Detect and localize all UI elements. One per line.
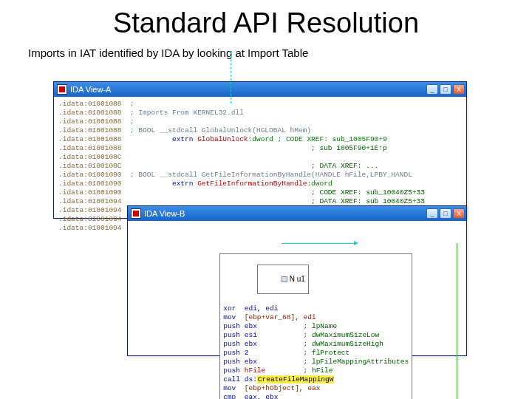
basic-block[interactable]: N u1 xor edi, edi mov [ebp+var_68], edi …	[219, 253, 412, 399]
ida-icon	[131, 208, 141, 219]
block-header[interactable]: N u1	[257, 265, 309, 294]
screenshot-region: IDA View-A _ □ X .idata:01001088 ; .idat…	[53, 81, 473, 369]
maximize-button[interactable]: □	[440, 84, 451, 95]
titlebar-b-text: IDA View-B	[144, 209, 426, 218]
ida-icon	[57, 84, 67, 95]
flow-line-top	[231, 52, 231, 103]
block-header-label: N u1	[290, 275, 305, 283]
flow-arrow	[282, 243, 355, 250]
ida-view-b-window: IDA View-B _ □ X N u1 xor edi, edi mov […	[127, 205, 467, 356]
minimize-button[interactable]: _	[426, 84, 438, 95]
disasm-pane-b[interactable]: N u1 xor edi, edi mov [ebp+var_68], edi …	[128, 221, 466, 399]
maximize-button[interactable]: □	[440, 208, 451, 219]
close-button[interactable]: X	[453, 84, 465, 95]
close-button[interactable]: X	[453, 208, 465, 219]
block-lines: xor edi, edi mov [ebp+var_68], edi push …	[223, 304, 409, 399]
subtitle-text: Imports in IAT identified by IDA by look…	[0, 39, 532, 59]
titlebar-a-text: IDA View-A	[70, 85, 426, 94]
titlebar-a[interactable]: IDA View-A _ □ X	[54, 82, 466, 97]
minimize-button[interactable]: _	[426, 208, 438, 219]
flow-line-green	[457, 243, 457, 399]
block-collapse-icon[interactable]	[282, 276, 287, 282]
titlebar-b[interactable]: IDA View-B _ □ X	[128, 206, 466, 221]
ida-view-a-window: IDA View-A _ □ X .idata:01001088 ; .idat…	[53, 81, 467, 219]
slide-title: Standard API Resolution	[0, 0, 532, 39]
